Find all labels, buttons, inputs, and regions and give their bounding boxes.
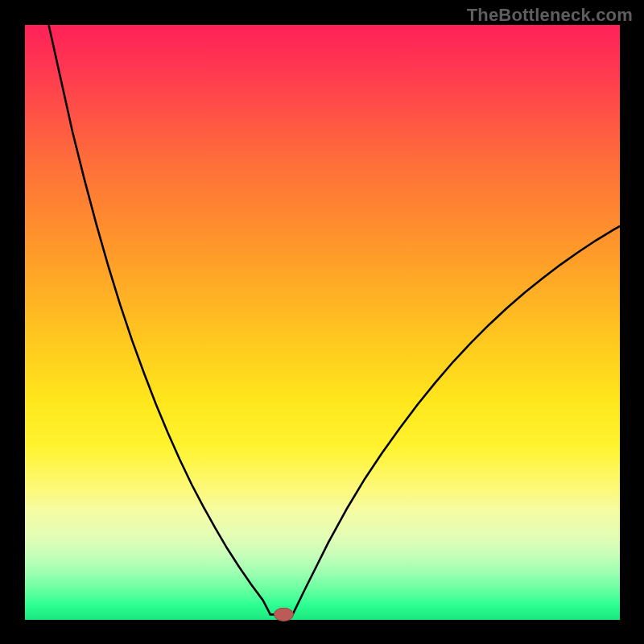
chart-frame: TheBottleneck.com: [0, 0, 644, 644]
plot-area: [25, 25, 620, 620]
watermark-text: TheBottleneck.com: [467, 5, 633, 26]
optimum-marker: [274, 608, 293, 621]
bottleneck-curve: [48, 25, 619, 614]
curve-svg: [25, 25, 620, 620]
